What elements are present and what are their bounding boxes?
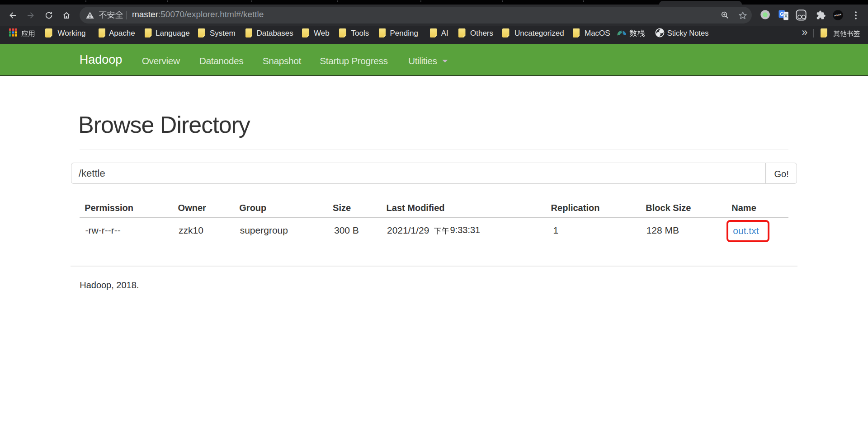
svg-text:G: G — [779, 11, 783, 17]
